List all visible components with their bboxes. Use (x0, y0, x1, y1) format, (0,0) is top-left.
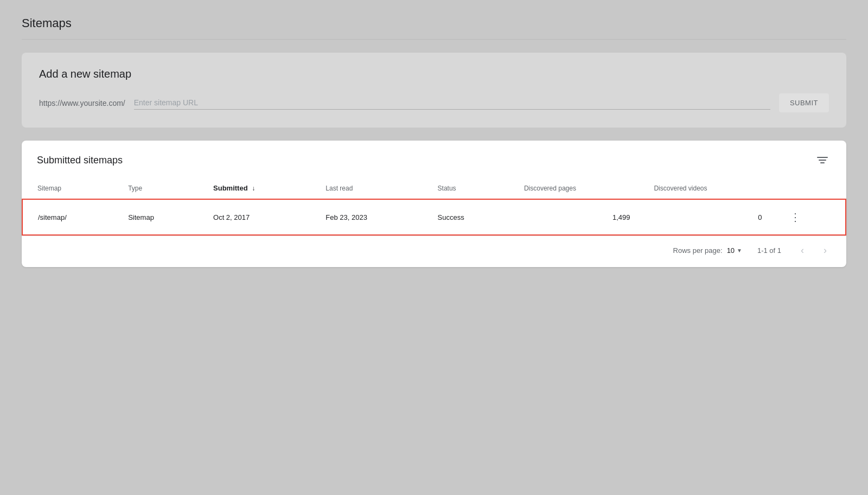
col-header-discovered-videos: Discovered videos (639, 177, 770, 199)
page-title: Sitemaps (22, 16, 846, 30)
add-sitemap-heading: Add a new sitemap (39, 68, 829, 80)
more-actions-button[interactable]: ⋮ (786, 210, 805, 225)
sitemap-url-input[interactable] (134, 96, 770, 110)
card-header: Submitted sitemaps (22, 141, 846, 167)
add-sitemap-card: Add a new sitemap https://www.yoursite.c… (22, 53, 846, 128)
rows-dropdown-arrow-icon: ▼ (737, 248, 742, 253)
rows-per-page-value: 10 (727, 246, 735, 255)
col-header-type: Type (113, 177, 198, 199)
next-page-button[interactable]: › (819, 243, 831, 258)
prev-page-button[interactable]: ‹ (796, 243, 808, 258)
cell-sitemap: /sitemap/ (22, 199, 113, 235)
sitemaps-table: Sitemap Type Submitted ↓ Last read Statu… (22, 177, 846, 236)
col-header-actions (770, 177, 846, 199)
cell-submitted: Oct 2, 2017 (198, 199, 310, 235)
col-header-submitted[interactable]: Submitted ↓ (198, 177, 310, 199)
pagination-row: Rows per page: 10 ▼ 1-1 of 1 ‹ › (22, 236, 846, 267)
col-header-status: Status (423, 177, 509, 199)
submit-button[interactable]: SUBMIT (779, 93, 829, 112)
cell-discovered-videos: 0 (639, 199, 770, 235)
rows-per-page: Rows per page: 10 ▼ (673, 246, 742, 255)
divider (22, 39, 846, 40)
rows-per-page-label: Rows per page: (673, 246, 723, 255)
sitemap-input-row: https://www.yoursite.com/ SUBMIT (39, 93, 829, 112)
cell-more-actions: ⋮ (770, 199, 846, 235)
sort-arrow-icon: ↓ (252, 185, 255, 192)
submitted-sitemaps-heading: Submitted sitemaps (37, 155, 123, 166)
submitted-sitemaps-card: Submitted sitemaps Sitemap Type Submitte… (22, 141, 846, 267)
table-row: /sitemap/SitemapOct 2, 2017Feb 23, 2023S… (22, 199, 846, 235)
url-prefix: https://www.yoursite.com/ (39, 99, 125, 107)
table-header-row: Sitemap Type Submitted ↓ Last read Statu… (22, 177, 846, 199)
cell-type: Sitemap (113, 199, 198, 235)
rows-per-page-selector[interactable]: 10 ▼ (727, 246, 742, 255)
filter-icon[interactable] (814, 154, 831, 167)
cell-last-read: Feb 23, 2023 (310, 199, 422, 235)
cell-discovered-pages: 1,499 (509, 199, 639, 235)
col-header-sitemap: Sitemap (22, 177, 113, 199)
col-header-discovered-pages: Discovered pages (509, 177, 639, 199)
col-header-last-read: Last read (310, 177, 422, 199)
page-info: 1-1 of 1 (753, 246, 786, 255)
cell-status: Success (423, 199, 509, 235)
